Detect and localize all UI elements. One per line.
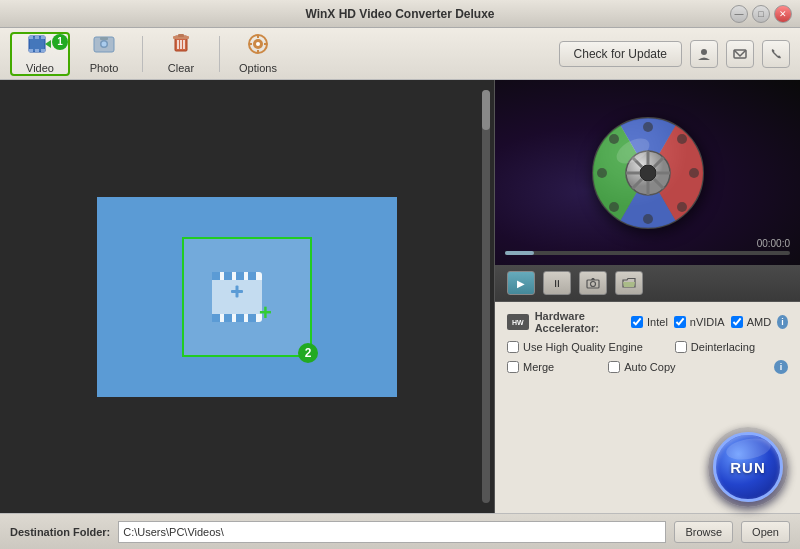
right-panel: 00:00:0 ▶ ⏸ HW Hardware Accelerator: Int…: [495, 80, 800, 513]
svg-point-10: [102, 42, 107, 47]
video-label: Video: [26, 62, 54, 74]
hw-accel-row: HW Hardware Accelerator: Intel nVIDIA AM…: [507, 310, 788, 334]
hq-checkbox[interactable]: [507, 341, 519, 353]
svg-point-54: [689, 168, 699, 178]
open-button[interactable]: Open: [741, 521, 790, 543]
svg-rect-14: [178, 34, 184, 37]
clear-button[interactable]: Clear: [151, 32, 211, 76]
svg-rect-38: [236, 285, 239, 297]
intel-checkbox[interactable]: [631, 316, 643, 328]
run-btn-container: RUN: [495, 423, 800, 513]
timeline-bar[interactable]: [505, 251, 790, 255]
amd-checkbox-item: AMD: [731, 316, 771, 328]
scrollbar[interactable]: [482, 90, 490, 503]
playback-controls: ▶ ⏸: [495, 265, 800, 302]
snapshot-button[interactable]: [579, 271, 607, 295]
toolbar-right: Check for Update: [559, 40, 790, 68]
svg-rect-2: [35, 36, 39, 39]
svg-point-53: [597, 168, 607, 178]
autocopy-checkbox[interactable]: [608, 361, 620, 373]
svg-rect-4: [29, 49, 33, 52]
svg-rect-28: [212, 272, 220, 280]
deinterlace-checkbox[interactable]: [675, 341, 687, 353]
photo-button[interactable]: Photo: [74, 32, 134, 76]
hw-accel-label: Hardware Accelerator:: [535, 310, 625, 334]
amd-label: AMD: [747, 316, 771, 328]
hq-checkbox-item: Use High Quality Engine: [507, 341, 643, 353]
open-folder-button[interactable]: [615, 271, 643, 295]
settings-area: HW Hardware Accelerator: Intel nVIDIA AM…: [495, 302, 800, 423]
maximize-button[interactable]: □: [752, 5, 770, 23]
merge-checkbox-item: Merge: [507, 361, 554, 373]
video-btn-wrap: Video 1: [10, 32, 70, 76]
close-button[interactable]: ✕: [774, 5, 792, 23]
svg-rect-31: [248, 272, 256, 280]
svg-point-52: [643, 214, 653, 224]
svg-rect-30: [236, 272, 244, 280]
svg-point-51: [643, 122, 653, 132]
nvidia-checkbox[interactable]: [674, 316, 686, 328]
svg-rect-1: [29, 36, 33, 39]
bottom-bar: Destination Folder: Browse Open: [0, 513, 800, 549]
autocopy-checkbox-item: Auto Copy: [608, 361, 675, 373]
timeline-progress: [505, 251, 534, 255]
svg-rect-32: [212, 314, 220, 322]
clear-icon: [169, 33, 193, 60]
browse-button[interactable]: Browse: [674, 521, 733, 543]
merge-checkbox[interactable]: [507, 361, 519, 373]
toolbar-separator-1: [142, 36, 143, 72]
autocopy-info-icon[interactable]: i: [774, 360, 788, 374]
destination-input[interactable]: [118, 521, 666, 543]
drop-zone[interactable]: + 2: [97, 197, 397, 397]
add-video-icon: +: [207, 262, 287, 332]
toolbar-separator-2: [219, 36, 220, 72]
user-icon-button[interactable]: [690, 40, 718, 68]
hw-info-icon[interactable]: i: [777, 315, 788, 329]
svg-rect-35: [248, 314, 256, 322]
pause-button[interactable]: ⏸: [543, 271, 571, 295]
deinterlace-label: Deinterlacing: [691, 341, 755, 353]
svg-rect-33: [224, 314, 232, 322]
scrollbar-thumb[interactable]: [482, 90, 490, 130]
svg-point-58: [609, 202, 619, 212]
hq-label: Use High Quality Engine: [523, 341, 643, 353]
minimize-button[interactable]: —: [730, 5, 748, 23]
deinterlace-checkbox-item: Deinterlacing: [675, 341, 755, 353]
play-button[interactable]: ▶: [507, 271, 535, 295]
svg-point-55: [609, 134, 619, 144]
hw-icon: HW: [507, 314, 529, 330]
svg-point-20: [256, 42, 260, 46]
destination-label: Destination Folder:: [10, 526, 110, 538]
clear-label: Clear: [168, 62, 194, 74]
video-badge: 1: [52, 34, 68, 50]
email-icon-button[interactable]: [726, 40, 754, 68]
svg-rect-11: [100, 37, 108, 40]
svg-rect-6: [41, 49, 45, 52]
options-icon: [246, 33, 270, 60]
photo-icon: [92, 33, 116, 60]
check-update-button[interactable]: Check for Update: [559, 41, 682, 67]
amd-checkbox[interactable]: [731, 316, 743, 328]
options-label: Options: [239, 62, 277, 74]
options-button[interactable]: Options: [228, 32, 288, 76]
merge-autocopy-row: Merge Auto Copy i: [507, 360, 788, 374]
intel-label: Intel: [647, 316, 668, 328]
svg-rect-29: [224, 272, 232, 280]
svg-rect-3: [41, 36, 45, 39]
inner-badge: 2: [298, 343, 318, 363]
svg-point-25: [701, 49, 707, 55]
timeline-time: 00:00:0: [757, 238, 790, 249]
svg-rect-34: [236, 314, 244, 322]
add-video-zone[interactable]: + 2: [182, 237, 312, 357]
run-button-outer: RUN: [708, 427, 788, 507]
intel-checkbox-item: Intel: [631, 316, 668, 328]
autocopy-label: Auto Copy: [624, 361, 675, 373]
svg-point-56: [677, 202, 687, 212]
svg-rect-5: [35, 49, 39, 52]
left-panel: + 2: [0, 80, 495, 513]
phone-icon-button[interactable]: [762, 40, 790, 68]
hq-deinterlace-row: Use High Quality Engine Deinterlacing: [507, 341, 788, 353]
svg-point-42: [640, 165, 656, 181]
run-button[interactable]: RUN: [713, 432, 783, 502]
video-icon: [28, 33, 52, 60]
